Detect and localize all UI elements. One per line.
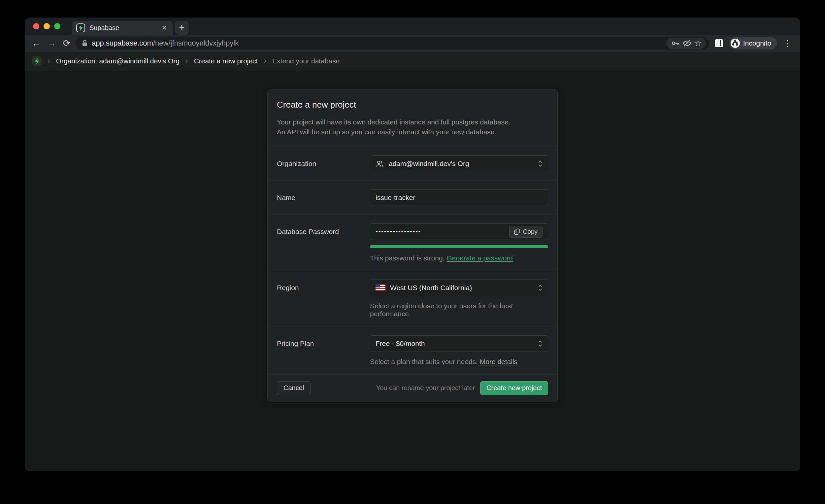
app-header: › Organization: adam@windmill.dev's Org … [25, 52, 800, 70]
tab-close-icon[interactable]: ✕ [160, 23, 168, 32]
organization-row: Organization adam@windmill.dev's Org [268, 147, 557, 181]
lightning-bolt-icon [34, 58, 40, 64]
chevron-right-icon: › [47, 57, 51, 65]
description-line-2: An API will be set up so you can easily … [277, 127, 548, 137]
generate-password-link[interactable]: Generate a password [447, 254, 513, 262]
cancel-button[interactable]: Cancel [277, 381, 310, 395]
url-text: app.supabase.com/new/jfnsmqoynldvxjyhpyl… [92, 39, 239, 48]
panel-footer: Cancel You can rename your project later… [268, 374, 557, 402]
breadcrumb-extend-database: Extend your database [272, 57, 340, 65]
select-chevrons-icon [538, 160, 542, 168]
password-row: Database Password •••••••••••••••• Copy [268, 215, 557, 271]
breadcrumb-create-project[interactable]: Create a new project [194, 57, 258, 65]
pricing-helper: Select a plan that suits your needs. Mor… [370, 358, 548, 366]
name-input[interactable]: issue-tracker [370, 190, 548, 206]
close-window-button[interactable] [33, 23, 39, 29]
back-icon[interactable]: ← [30, 37, 43, 50]
maximize-window-button[interactable] [54, 23, 60, 29]
more-details-link[interactable]: More details [480, 358, 517, 365]
bookmark-star-icon[interactable]: ☆ [694, 39, 701, 48]
lightning-bolt-icon [78, 25, 83, 31]
tab-strip: Supabase ✕ + [25, 17, 800, 34]
tab-title: Supabase [89, 24, 156, 32]
region-helper: Select a region close to your users for … [370, 302, 548, 318]
page-content: Create a new project Your project will h… [25, 70, 800, 471]
forward-icon[interactable]: → [45, 37, 58, 50]
password-masked-value: •••••••••••••••• [376, 228, 421, 235]
url-bar[interactable]: app.supabase.com/new/jfnsmqoynldvxjyhpyl… [76, 37, 709, 50]
select-chevrons-icon [538, 340, 542, 348]
copy-label: Copy [523, 228, 538, 235]
browser-window: Supabase ✕ + ← → ⟳ app.supabase.com/new/… [25, 17, 800, 471]
incognito-badge: Incognito [729, 37, 777, 50]
organization-select[interactable]: adam@windmill.dev's Org [370, 155, 548, 172]
pricing-value: Free - $0/month [376, 340, 425, 348]
rename-note: You can rename your project later [376, 384, 475, 392]
tab-supabase[interactable]: Supabase ✕ [72, 21, 173, 34]
select-chevrons-icon [538, 284, 542, 292]
copy-icon [514, 228, 520, 235]
omnibox-action-icons: ☆ [666, 38, 705, 49]
eye-slash-icon[interactable] [682, 38, 692, 48]
region-select[interactable]: West US (North California) [370, 280, 548, 296]
url-host: app.supabase.com [92, 39, 153, 47]
description-line-1: Your project will have its own dedicated… [277, 117, 548, 127]
create-new-project-button[interactable]: Create new project [480, 381, 548, 395]
panel-header: Create a new project Your project will h… [268, 90, 557, 147]
incognito-label: Incognito [743, 39, 771, 47]
url-path: /new/jfnsmqoynldvxjyhpylk [153, 39, 239, 47]
us-flag-icon [376, 284, 385, 291]
pricing-label: Pricing Plan [277, 335, 370, 366]
password-input[interactable]: •••••••••••••••• Copy [370, 223, 548, 240]
region-value: West US (North California) [390, 284, 472, 292]
chevron-right-icon: › [185, 57, 189, 65]
password-label: Database Password [277, 223, 370, 262]
minimize-window-button[interactable] [44, 23, 50, 29]
region-row: Region West US (North California) Select… [268, 271, 557, 327]
key-icon[interactable] [670, 38, 680, 48]
password-strength-text: This password is strong. [370, 254, 447, 262]
users-icon [376, 160, 384, 168]
pricing-row: Pricing Plan Free - $0/month Select a pl… [268, 327, 557, 374]
supabase-favicon-icon [76, 23, 85, 32]
create-project-panel: Create a new project Your project will h… [267, 89, 558, 402]
breadcrumb-organization[interactable]: Organization: adam@windmill.dev's Org [56, 57, 179, 65]
new-tab-button[interactable]: + [175, 21, 189, 34]
window-controls [25, 17, 60, 34]
copy-password-button[interactable]: Copy [509, 226, 542, 238]
chevron-right-icon: › [263, 57, 267, 65]
pricing-select[interactable]: Free - $0/month [370, 335, 548, 352]
pricing-helper-text: Select a plan that suits your needs. [370, 358, 480, 365]
browser-toolbar: ← → ⟳ app.supabase.com/new/jfnsmqoynldvx… [25, 34, 800, 52]
name-row: Name issue-tracker [268, 181, 557, 215]
organization-value: adam@windmill.dev's Org [389, 160, 469, 168]
region-label: Region [277, 280, 370, 318]
reload-icon[interactable]: ⟳ [60, 37, 73, 50]
password-helper: This password is strong. Generate a pass… [370, 254, 548, 262]
lock-icon [81, 40, 88, 47]
organization-label: Organization [277, 155, 370, 172]
supabase-logo-icon[interactable] [32, 56, 42, 66]
side-panel-icon[interactable] [715, 39, 723, 47]
browser-menu-icon[interactable]: ⋮ [780, 38, 795, 49]
page-title: Create a new project [277, 100, 548, 110]
panel-description: Your project will have its own dedicated… [277, 117, 548, 137]
incognito-spy-icon [731, 39, 740, 48]
password-strength-bar [370, 245, 548, 248]
name-label: Name [277, 190, 370, 206]
